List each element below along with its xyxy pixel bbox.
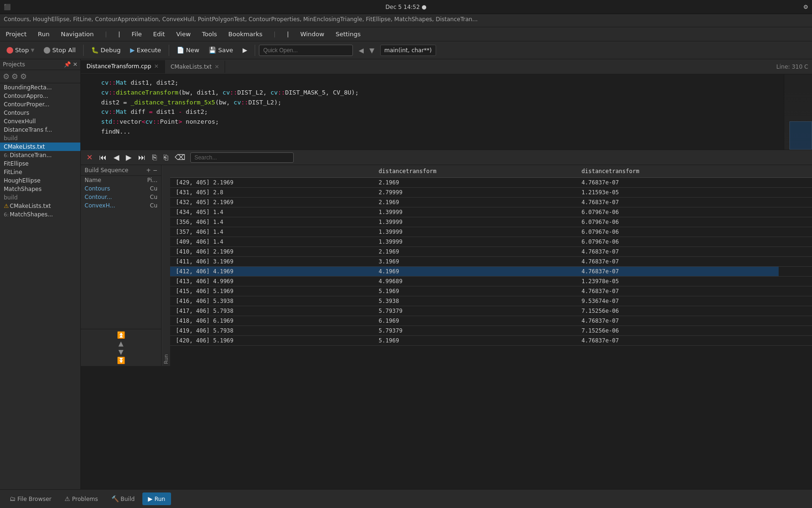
cell-key: [410, 406] 2.1969 <box>170 247 373 257</box>
col-dist1-header[interactable]: distancetransform <box>373 165 576 178</box>
cell-v3: 6.07967e-06 <box>576 237 779 247</box>
table-row[interactable]: [357, 406] 1.4 1.39999 6.07967e-06 <box>170 227 812 237</box>
debug-search-input[interactable] <box>190 152 294 163</box>
debug-add-icon[interactable]: + <box>146 167 151 174</box>
debug-button[interactable]: 🐛 Debug <box>87 45 125 56</box>
sidebar-build-icon[interactable]: ⚙ <box>11 72 18 81</box>
debug-next-icon[interactable]: ▶ <box>124 152 133 163</box>
menu-settings[interactable]: Window <box>298 30 326 39</box>
bottom-tab-run[interactable]: ▶ Run <box>142 492 171 505</box>
sidebar-item-contours[interactable]: Contours <box>0 109 80 117</box>
execute-button[interactable]: ▶ Execute <box>126 45 165 56</box>
tab-cmakelists[interactable]: CMakeLists.txt ✕ <box>165 61 226 73</box>
forward-button[interactable]: ▶ <box>239 45 251 56</box>
table-row[interactable]: [431, 405] 2.8 2.79999 1.21593e-05 <box>170 188 812 198</box>
table-row[interactable]: [410, 406] 2.1969 2.1969 4.76837e-07 <box>170 247 812 257</box>
tab-distancetransform[interactable]: DistanceTransform.cpp ✕ <box>81 60 165 73</box>
sidebar-item-convexhull[interactable]: ConvexHull <box>0 117 80 126</box>
cell-key: [409, 406] 1.4 <box>170 237 373 247</box>
table-row[interactable]: [416, 406] 5.3938 5.3938 9.53674e-07 <box>170 296 812 306</box>
sidebar-item-cmakelists2[interactable]: ⚠CMakeLists.txt <box>0 202 80 210</box>
debug-copy-icon[interactable]: ⎘ <box>150 152 159 163</box>
menu-run[interactable]: Run <box>36 30 51 39</box>
sidebar-item-matchshapes[interactable]: MatchShapes <box>0 185 80 193</box>
sidebar-item-contourapprox[interactable]: ContourAppro... <box>0 92 80 100</box>
nav-dropdown-icon[interactable]: ▼ <box>367 46 376 55</box>
debug-scroll-bottom-icon[interactable]: ⏬ <box>117 357 125 364</box>
table-row[interactable]: [356, 406] 1.4 1.39999 6.07967e-06 <box>170 217 812 227</box>
table-row[interactable]: [434, 405] 1.4 1.39999 6.07967e-06 <box>170 207 812 217</box>
sidebar-pin-icon[interactable]: 📌 <box>64 61 71 68</box>
debug-clear-icon[interactable]: ⌫ <box>173 152 187 163</box>
debug-scroll-down-icon[interactable]: ▼ <box>118 348 124 356</box>
debug-stop-icon[interactable]: ✕ <box>85 152 94 163</box>
sidebar-item-cmakelists[interactable]: CMakeLists.txt <box>0 143 80 151</box>
sidebar-item-distancetransf[interactable]: DistanceTrans f... <box>0 126 80 134</box>
bottom-tab-filebrowser[interactable]: 🗂 File Browser <box>4 492 57 505</box>
stop-dropdown-icon[interactable]: ▼ <box>31 48 35 53</box>
table-row[interactable]: [412, 406] 4.1969 4.1969 4.76837e-07 <box>170 267 812 277</box>
tab-cmakelists-close[interactable]: ✕ <box>214 64 219 70</box>
new-button[interactable]: 📄 New <box>173 45 203 56</box>
menu-view[interactable]: Edit <box>151 30 167 39</box>
sidebar-item-contourproper[interactable]: ContourProper... <box>0 100 80 109</box>
debug-seq-contour[interactable]: Contour... Cu <box>81 193 161 201</box>
stop-button[interactable]: Stop ▼ <box>3 45 38 56</box>
quick-open-input[interactable] <box>259 45 353 56</box>
menu-code[interactable]: Bookmarks <box>226 30 265 39</box>
cell-key: [431, 405] 2.8 <box>170 188 373 198</box>
sidebar-item-build1[interactable]: build <box>0 134 80 143</box>
sidebar-settings-icon[interactable]: ⚙ <box>3 72 9 81</box>
menu-file[interactable]: | <box>117 30 122 39</box>
table-row[interactable]: [420, 406] 5.1969 5.1969 4.76837e-07 <box>170 336 812 346</box>
debug-last-icon[interactable]: ⏭ <box>136 152 148 163</box>
sidebar-item-fitellipse[interactable]: FitEllipse <box>0 159 80 168</box>
menu-project[interactable]: Project <box>4 30 28 39</box>
debug-seq-convexh[interactable]: ConvexH... Cu <box>81 201 161 210</box>
menu-navigation[interactable]: Navigation <box>59 30 95 39</box>
sidebar-item-distancetran[interactable]: 6:DistanceTran... <box>0 151 80 159</box>
debug-remove-icon[interactable]: − <box>153 167 157 174</box>
stop-all-button[interactable]: Stop All <box>40 45 79 56</box>
table-row[interactable]: [409, 406] 1.4 1.39999 6.07967e-06 <box>170 237 812 247</box>
sidebar-close-icon[interactable]: ✕ <box>73 61 78 68</box>
app-menu-icon[interactable]: ⬛ <box>4 4 11 10</box>
menu-edit[interactable]: File <box>130 30 144 39</box>
table-row[interactable]: [429, 405] 2.1969 2.1969 4.76837e-07 <box>170 178 812 188</box>
table-row[interactable]: [413, 406] 4.9969 4.99689 1.23978e-05 <box>170 277 812 286</box>
bottom-tab-build[interactable]: 🔨 Build <box>106 492 141 505</box>
table-row[interactable]: [411, 406] 3.1969 3.1969 4.76837e-07 <box>170 257 812 267</box>
table-row[interactable]: [418, 406] 6.1969 6.1969 4.76837e-07 <box>170 316 812 326</box>
menu-tools[interactable]: View <box>174 30 193 39</box>
col-dist2-header[interactable]: distancetransform <box>576 165 779 178</box>
sidebar-item-houghellipse[interactable]: HoughEllipse <box>0 176 80 185</box>
table-row[interactable]: [415, 406] 5.1969 5.1969 4.76837e-07 <box>170 286 812 296</box>
debug-prev-icon[interactable]: ◀ <box>111 152 121 163</box>
tab-distancetransform-close[interactable]: ✕ <box>154 63 159 70</box>
cell-v3: 4.76837e-07 <box>576 316 779 326</box>
breadcrumb-bar: Contours, HoughEllipse, FitLine, Contour… <box>0 14 812 27</box>
table-row[interactable]: [419, 406] 5.7938 5.79379 7.15256e-06 <box>170 326 812 336</box>
window-controls[interactable]: ⚙ <box>803 4 808 10</box>
sidebar-item-matchshapes2[interactable]: 6:MatchShapes... <box>0 210 80 219</box>
menu-bookmarks[interactable]: Tools <box>200 30 219 39</box>
menu-help[interactable]: Settings <box>334 30 362 39</box>
save-button[interactable]: 💾 Save <box>205 45 237 56</box>
debug-seq-contours[interactable]: Contours Cu <box>81 184 161 193</box>
data-table-container[interactable]: distancetransform distancetransform [429… <box>170 165 812 366</box>
debug-first-icon[interactable]: ⏮ <box>97 152 109 163</box>
sidebar-item-fitline[interactable]: FitLine <box>0 168 80 176</box>
debug-scroll-up-icon[interactable]: ▲ <box>118 340 124 347</box>
debug-sequence-list: Name Pi... Contours Cu Contour... Cu C <box>81 176 161 329</box>
sidebar-item-boundingrect[interactable]: BoundingRecta... <box>0 83 80 92</box>
sidebar-run-icon[interactable]: ⚙ <box>20 72 27 81</box>
debug-scroll-top-icon[interactable]: ⏫ <box>117 331 125 339</box>
bottom-tab-problems[interactable]: ⚠ Problems <box>59 492 104 505</box>
table-row[interactable]: [432, 405] 2.1969 2.1969 4.76837e-07 <box>170 198 812 207</box>
nav-back-icon[interactable]: ◀ <box>357 46 366 55</box>
menu-window[interactable]: | <box>285 30 291 39</box>
code-editor[interactable]: cv::Mat dist1, dist2; cv::distanceTransf… <box>81 74 784 150</box>
sidebar-item-build2[interactable]: build <box>0 193 80 202</box>
table-row[interactable]: [417, 406] 5.7938 5.79379 7.15256e-06 <box>170 306 812 316</box>
debug-paste-icon[interactable]: ⎗ <box>162 152 170 163</box>
